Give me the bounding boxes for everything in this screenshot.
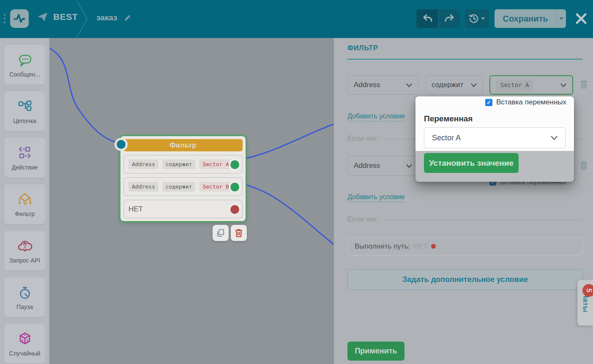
palette-item-random[interactable]: Случайный: [4, 324, 45, 364]
condition2-field-select[interactable]: Address: [347, 156, 418, 176]
copy-icon: [216, 229, 225, 237]
node-input-port[interactable]: [117, 140, 126, 149]
telegram-icon: [37, 12, 48, 22]
else-label: Если нет:: [347, 215, 379, 224]
condition-field: Address: [128, 159, 158, 169]
select-value: Sector A: [432, 134, 461, 142]
condition-value: Sector A: [199, 159, 232, 169]
variable-insert-popup: ✓ Вставка переменных Переменная Sector A…: [415, 96, 574, 182]
close-button[interactable]: [573, 9, 589, 28]
dice-icon: [16, 331, 33, 348]
bot-name: BEST: [53, 12, 78, 22]
panel-title: ФИЛЬТР: [347, 44, 378, 52]
top-header: BEST заказ: [0, 0, 593, 38]
node-output-port-green[interactable]: [230, 160, 239, 169]
connection-line-in: [50, 49, 120, 143]
filter-node[interactable]: Фильтр Address содержит Sector A Address…: [120, 135, 246, 222]
add-extra-condition-button[interactable]: Задать дополнительное условие: [347, 269, 583, 290]
message-icon: [16, 52, 33, 69]
add-condition-link[interactable]: Добавить условие: [347, 112, 405, 121]
palette-item-chain[interactable]: Цепочка: [4, 91, 45, 131]
flow-name-wrap: заказ: [96, 13, 132, 22]
chain-icon: [16, 99, 33, 115]
condition-operator-select[interactable]: содержит: [425, 75, 483, 95]
connection-line-out-a: [235, 124, 333, 160]
palette-item-label: Пауза: [16, 304, 33, 310]
connection-line-out-b: [235, 183, 333, 244]
palette-item-label: Действие: [12, 164, 38, 171]
panel-title-divider: [347, 59, 582, 60]
node-output-port-red[interactable]: [230, 205, 239, 214]
condition-field-select[interactable]: Address: [347, 75, 418, 95]
chevron-down-icon: [551, 136, 557, 140]
insert-variables-checkbox-row[interactable]: ✓ Вставка переменных: [485, 98, 566, 107]
condition-value-select-active[interactable]: Sector A: [489, 75, 573, 95]
variable-heading: Переменная: [424, 114, 473, 123]
chevron-down-icon: [406, 164, 412, 168]
palette-item-label: Случайный: [9, 350, 41, 357]
history-button[interactable]: [465, 9, 489, 28]
palette-item-pause[interactable]: Пауза: [4, 277, 45, 317]
palette-item-label: Цепочка: [13, 118, 36, 124]
breadcrumb-separator: [76, 0, 89, 38]
else-path-label: НЕТ: [128, 205, 143, 213]
chats-unread-badge: 5: [582, 284, 593, 297]
else-path-select[interactable]: Выполнить путь: НЕТ: [347, 237, 583, 255]
condition-operator: содержит: [162, 159, 196, 169]
variable-select[interactable]: Sector A: [424, 127, 566, 148]
select-value: содержит: [432, 81, 463, 89]
filter-icon: [16, 192, 33, 208]
condition-field: Address: [128, 182, 158, 192]
flow-editor-screen: BEST заказ: [0, 0, 593, 364]
save-button[interactable]: Сохранить: [495, 9, 556, 28]
action-icon: [16, 145, 33, 162]
duplicate-node-button[interactable]: [213, 225, 229, 241]
api-cloud-icon: [16, 238, 33, 255]
palette-item-filter[interactable]: Фильтр: [4, 184, 45, 224]
palette-item-label: Фильтр: [15, 211, 35, 217]
condition-value: Sector B: [199, 182, 232, 192]
node-condition-row[interactable]: Address содержит Sector A: [123, 155, 243, 174]
node-palette-sidebar: Сообщен... Цепочка Действие: [0, 38, 49, 364]
trash-icon: [580, 161, 588, 170]
checkbox-label: Вставка переменных: [496, 98, 566, 107]
set-value-button[interactable]: Установить значение: [424, 153, 519, 173]
undo-button[interactable]: [416, 9, 438, 28]
palette-item-action[interactable]: Действие: [4, 138, 45, 178]
node-toolbar: [213, 225, 247, 241]
bot-breadcrumb[interactable]: BEST: [37, 12, 78, 22]
delete-condition-button[interactable]: [580, 80, 588, 89]
pulse-icon: [12, 11, 27, 26]
add-condition-link[interactable]: Добавить условие: [347, 193, 405, 202]
edit-pencil-icon[interactable]: [123, 14, 132, 22]
chevron-down-icon: [406, 83, 412, 87]
palette-item-api[interactable]: Запрос API: [4, 231, 45, 271]
redo-icon: [444, 14, 455, 24]
app-logo[interactable]: [10, 9, 29, 28]
save-dropdown-button[interactable]: [556, 9, 566, 28]
palette-item-label: Запрос API: [9, 257, 40, 264]
delete-condition-button[interactable]: [580, 161, 588, 170]
redo-button[interactable]: [439, 9, 460, 28]
pause-clock-icon: [16, 285, 33, 301]
node-else-row[interactable]: НЕТ: [123, 200, 243, 219]
node-condition-row[interactable]: Address содержит Sector B: [123, 177, 243, 196]
trash-icon: [580, 80, 588, 89]
select-value: Address: [354, 81, 380, 89]
chevron-down-icon: [471, 83, 477, 87]
apply-button[interactable]: Применить: [347, 342, 404, 361]
chevron-down-icon: [560, 83, 566, 87]
palette-item-message[interactable]: Сообщен...: [4, 45, 45, 85]
palette-item-label: Сообщен...: [9, 71, 40, 78]
filter-settings-panel: ФИЛЬТР Address содержит Sector A Добавит…: [334, 38, 593, 364]
checkbox-checked-icon[interactable]: ✓: [485, 99, 492, 106]
path-label: Выполнить путь:: [355, 242, 410, 251]
chevron-down-icon: [481, 17, 485, 20]
history-clock-icon: [469, 14, 479, 24]
delete-node-button[interactable]: [231, 225, 247, 241]
node-title: Фильтр: [123, 139, 243, 151]
variable-chip: Sector A: [496, 79, 533, 90]
close-icon: [574, 12, 588, 25]
menu-dots-icon[interactable]: [4, 14, 5, 23]
node-output-port-green[interactable]: [230, 183, 239, 192]
